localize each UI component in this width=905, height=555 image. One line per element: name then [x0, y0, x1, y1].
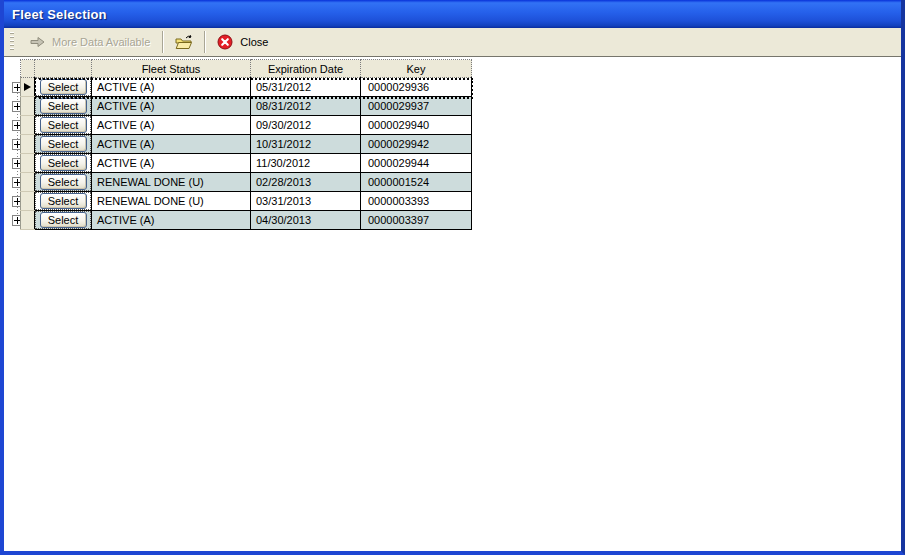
select-cell: Select [35, 211, 92, 230]
table-row: Select ACTIVE (A) 10/31/2012 0000029942 [21, 135, 472, 154]
more-data-available-label: More Data Available [52, 36, 150, 48]
key-cell: 0000029940 [361, 116, 472, 135]
row-selector-cell[interactable] [21, 78, 35, 97]
key-header: Key [361, 60, 472, 78]
row-selector-cell[interactable] [21, 116, 35, 135]
fleet-selection-window: Fleet Selection More Data Available [0, 0, 905, 555]
key-cell: 0000029944 [361, 154, 472, 173]
close-circle-icon [217, 34, 234, 50]
key-cell: 0000003397 [361, 211, 472, 230]
fleet-table: Fleet Status Expiration Date Key Select … [20, 59, 472, 230]
select-button[interactable]: Select [40, 79, 87, 95]
open-folder-button[interactable] [166, 30, 201, 54]
select-button[interactable]: Select [40, 155, 87, 171]
toolbar: More Data Available Close [4, 28, 901, 57]
table-row: Select ACTIVE (A) 09/30/2012 0000029940 [21, 116, 472, 135]
table-row: Select ACTIVE (A) 04/30/2013 0000003397 [21, 211, 472, 230]
table-header-row: Fleet Status Expiration Date Key [21, 60, 472, 78]
expiration-date-cell: 08/31/2012 [251, 97, 361, 116]
fleet-status-cell: ACTIVE (A) [92, 116, 251, 135]
more-data-available-button: More Data Available [20, 30, 159, 54]
select-button[interactable]: Select [40, 98, 87, 114]
row-selector-cell[interactable] [21, 211, 35, 230]
fleet-status-cell: RENEWAL DONE (U) [92, 173, 251, 192]
select-cell: Select [35, 78, 92, 97]
expiration-date-header: Expiration Date [251, 60, 361, 78]
select-button[interactable]: Select [40, 117, 87, 133]
toolbar-grip-handle[interactable] [10, 32, 14, 52]
select-cell: Select [35, 173, 92, 192]
client-area: Fleet Status Expiration Date Key Select … [4, 57, 901, 551]
arrow-right-icon [29, 34, 46, 50]
select-cell: Select [35, 97, 92, 116]
select-button[interactable]: Select [40, 136, 87, 152]
expiration-date-cell: 02/28/2013 [251, 173, 361, 192]
select-cell: Select [35, 135, 92, 154]
table-row: Select RENEWAL DONE (U) 03/31/2013 00000… [21, 192, 472, 211]
row-selector-cell[interactable] [21, 154, 35, 173]
select-cell: Select [35, 192, 92, 211]
expiration-date-cell: 03/31/2013 [251, 192, 361, 211]
row-selector-cell[interactable] [21, 192, 35, 211]
close-button-label: Close [240, 36, 268, 48]
table-row: Select RENEWAL DONE (U) 02/28/2013 00000… [21, 173, 472, 192]
row-selector-header [21, 60, 35, 78]
fleet-status-cell: ACTIVE (A) [92, 135, 251, 154]
titlebar[interactable]: Fleet Selection [4, 0, 901, 28]
table-row: Select ACTIVE (A) 11/30/2012 0000029944 [21, 154, 472, 173]
row-selector-cell[interactable] [21, 135, 35, 154]
fleet-status-cell: ACTIVE (A) [92, 78, 251, 97]
select-cell: Select [35, 116, 92, 135]
window-title: Fleet Selection [12, 7, 107, 22]
key-cell: 0000029936 [361, 78, 472, 97]
table-row: Select ACTIVE (A) 08/31/2012 0000029937 [21, 97, 472, 116]
fleet-status-header: Fleet Status [92, 60, 251, 78]
select-cell: Select [35, 154, 92, 173]
select-button[interactable]: Select [40, 174, 87, 190]
table-row: Select ACTIVE (A) 05/31/2012 0000029936 [21, 78, 472, 97]
select-column-header [35, 60, 92, 78]
key-cell: 0000029937 [361, 97, 472, 116]
current-row-arrow-icon [24, 83, 31, 91]
toolbar-separator [162, 31, 163, 53]
toolbar-separator [204, 31, 205, 53]
key-cell: 0000029942 [361, 135, 472, 154]
expiration-date-cell: 05/31/2012 [251, 78, 361, 97]
key-cell: 0000003393 [361, 192, 472, 211]
close-button[interactable]: Close [208, 30, 277, 54]
expiration-date-cell: 04/30/2013 [251, 211, 361, 230]
select-button[interactable]: Select [40, 193, 87, 209]
fleet-status-cell: ACTIVE (A) [92, 154, 251, 173]
fleet-status-cell: ACTIVE (A) [92, 97, 251, 116]
expiration-date-cell: 09/30/2012 [251, 116, 361, 135]
expiration-date-cell: 11/30/2012 [251, 154, 361, 173]
fleet-data-grid: Fleet Status Expiration Date Key Select … [20, 59, 472, 230]
key-cell: 0000001524 [361, 173, 472, 192]
row-selector-cell[interactable] [21, 97, 35, 116]
expiration-date-cell: 10/31/2012 [251, 135, 361, 154]
select-button[interactable]: Select [40, 212, 87, 228]
fleet-status-cell: RENEWAL DONE (U) [92, 192, 251, 211]
open-folder-icon [175, 34, 192, 50]
row-selector-cell[interactable] [21, 173, 35, 192]
fleet-status-cell: ACTIVE (A) [92, 211, 251, 230]
